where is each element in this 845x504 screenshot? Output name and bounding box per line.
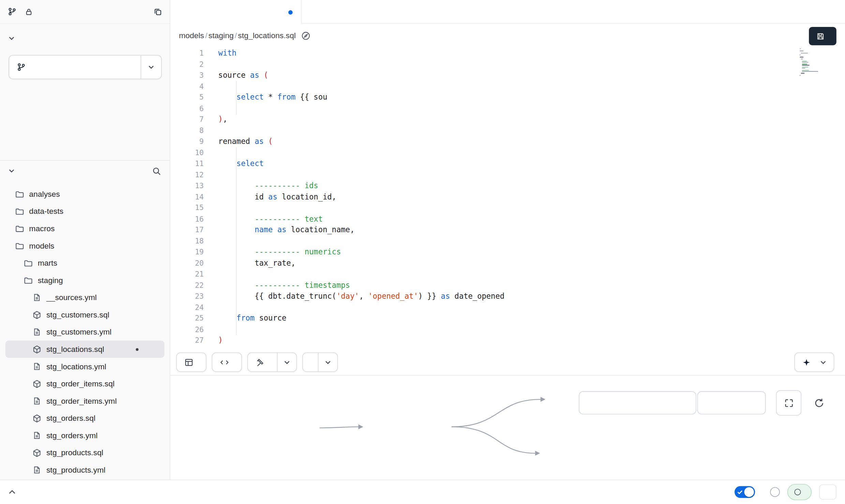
line-number: 19 xyxy=(170,246,204,257)
code-line: id as location_id, xyxy=(218,191,504,202)
code-line: ---------- ids xyxy=(218,180,504,191)
breadcrumb-separator: / xyxy=(205,31,207,40)
line-number: 18 xyxy=(170,235,204,246)
model-icon xyxy=(32,414,41,423)
code-editor[interactable]: 1234567891011121314151617181920212223242… xyxy=(170,47,845,349)
file-tree-item[interactable]: stg_customers.yml xyxy=(5,323,164,341)
code-line xyxy=(218,147,504,158)
file-name: stg_orders.yml xyxy=(46,431,98,440)
file-tree-item[interactable]: analyses xyxy=(5,186,164,203)
file-name: __sources.yml xyxy=(46,293,97,302)
code-content: with source as ( select * from {{ sou ),… xyxy=(218,47,504,346)
defer-toggle[interactable] xyxy=(735,486,755,498)
file-tree-item[interactable]: models xyxy=(5,237,164,254)
file-tree-item[interactable]: stg_order_items.sql xyxy=(5,375,164,392)
build-main[interactable] xyxy=(248,353,277,371)
file-tree-item[interactable]: stg_locations.yml xyxy=(5,358,164,375)
refresh-icon xyxy=(814,398,825,409)
file-name: stg_products.sql xyxy=(46,448,103,457)
save-button[interactable] xyxy=(809,27,836,45)
main-area: models/staging/stg_locations.sql 1234567… xyxy=(170,0,845,480)
new-tab-button[interactable] xyxy=(824,4,839,19)
folder-icon xyxy=(23,276,33,285)
minimap[interactable] xyxy=(800,48,819,76)
sparkle-icon xyxy=(802,358,811,366)
lint-button[interactable] xyxy=(302,353,338,372)
sidebar-divider xyxy=(0,160,170,161)
file-tree-item[interactable]: stg_products.sql xyxy=(5,444,164,461)
chevron-down-icon xyxy=(820,360,826,364)
code-line: select xyxy=(218,158,504,169)
refresh-button[interactable] xyxy=(807,391,831,415)
lint-dropdown[interactable] xyxy=(318,353,337,371)
build-button[interactable] xyxy=(247,353,297,372)
breadcrumb-item[interactable]: staging xyxy=(208,31,234,40)
code-line xyxy=(218,125,504,136)
file-tree-item[interactable]: stg_locations.sql xyxy=(5,341,164,358)
copy-icon[interactable] xyxy=(153,7,162,16)
file-tree-item[interactable]: stg_orders.yml xyxy=(5,427,164,444)
line-number: 8 xyxy=(170,125,204,136)
dbt-copilot-button[interactable] xyxy=(795,353,834,372)
code-line: renamed as ( xyxy=(218,136,504,147)
update-graph-button[interactable] xyxy=(697,391,766,414)
file-explorer-header[interactable] xyxy=(0,163,170,179)
line-number: 13 xyxy=(170,180,204,191)
overflow-menu-button[interactable] xyxy=(819,485,836,500)
search-icon[interactable] xyxy=(152,166,161,176)
file-tree-item[interactable]: staging xyxy=(5,272,164,289)
lineage-canvas[interactable] xyxy=(170,376,845,480)
file-name: stg_customers.yml xyxy=(46,328,112,336)
hammer-icon xyxy=(255,358,265,367)
create-branch-button[interactable] xyxy=(9,55,162,79)
panel-expand-chevron-icon[interactable] xyxy=(9,490,16,494)
line-number: 17 xyxy=(170,224,204,235)
file-tree-item[interactable]: stg_orders.sql xyxy=(5,410,164,427)
compile-button[interactable] xyxy=(212,353,242,372)
line-number: 10 xyxy=(170,147,204,158)
line-number: 9 xyxy=(170,136,204,147)
file-tree-item[interactable]: macros xyxy=(5,220,164,237)
version-control-header[interactable] xyxy=(0,30,170,46)
file-name: marts xyxy=(38,259,57,267)
docs-compass-icon[interactable] xyxy=(301,31,310,40)
sidebar: analysesdata-testsmacrosmodelsmartsstagi… xyxy=(0,0,170,480)
create-branch-main[interactable] xyxy=(9,56,141,79)
model-icon xyxy=(32,448,41,457)
lineage-selector-input[interactable] xyxy=(579,391,696,414)
line-number: 2 xyxy=(170,58,204,69)
fullscreen-button[interactable] xyxy=(776,390,801,415)
breadcrumb-item[interactable]: stg_locations.sql xyxy=(238,31,296,40)
status-bar xyxy=(0,480,845,504)
file-tree-item[interactable]: stg_order_items.yml xyxy=(5,392,164,410)
branch-row xyxy=(0,0,170,24)
tab-stg-locations[interactable] xyxy=(170,0,302,24)
build-dropdown[interactable] xyxy=(277,353,296,371)
file-name: stg_customers.sql xyxy=(46,310,109,319)
file-tree-item[interactable]: data-tests xyxy=(5,203,164,220)
model-icon xyxy=(32,310,41,320)
code-line: name as location_name, xyxy=(218,224,504,235)
git-branch-icon xyxy=(8,7,17,16)
file-tree-item[interactable]: marts xyxy=(5,254,164,272)
preview-button[interactable] xyxy=(176,353,207,372)
line-number: 26 xyxy=(170,324,204,335)
code-line xyxy=(218,80,504,91)
code-line xyxy=(218,58,504,69)
file-tree-item[interactable]: stg_customers.sql xyxy=(5,306,164,324)
code-line xyxy=(218,103,504,114)
line-number: 4 xyxy=(170,80,204,91)
breadcrumb-item[interactable]: models xyxy=(179,31,204,40)
chevron-down-icon xyxy=(9,36,14,41)
file-name: macros xyxy=(29,224,55,233)
create-branch-dropdown[interactable] xyxy=(140,56,161,79)
lint-main[interactable] xyxy=(303,353,318,371)
code-line: with xyxy=(218,47,504,58)
code-line: ), xyxy=(218,114,504,124)
line-number: 25 xyxy=(170,313,204,324)
file-tree-item[interactable]: __sources.yml xyxy=(5,289,164,306)
help-icon[interactable] xyxy=(770,487,780,497)
line-number: 5 xyxy=(170,92,204,103)
chevron-down-icon xyxy=(148,65,154,69)
file-tree-item[interactable]: stg_products.yml xyxy=(5,461,164,479)
